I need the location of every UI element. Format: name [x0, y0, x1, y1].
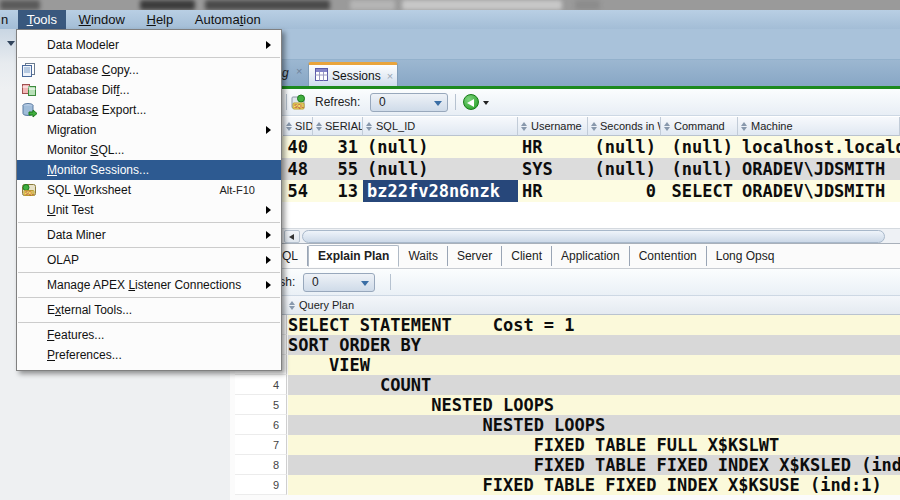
plan-step[interactable]: FIXED TABLE FIXED INDEX X$KSUSE (ind:1): [288, 475, 900, 495]
cell-sid[interactable]: 40: [283, 136, 313, 158]
menu-item-migration[interactable]: Migration: [17, 120, 281, 140]
svg-text:SQL: SQL: [294, 103, 304, 109]
cell-sql-id-selected[interactable]: bz22fv28n6nzk: [363, 180, 518, 202]
plan-row[interactable]: 4 COUNT: [235, 375, 900, 395]
detail-tabbar: SQL Explain Plan Waits Server Client App…: [235, 244, 900, 269]
tab-sessions[interactable]: Sessions ×: [308, 62, 398, 86]
editor-tab-partial[interactable]: g: [282, 66, 289, 80]
tab-explain-plan[interactable]: Explain Plan: [308, 245, 399, 267]
cell-sql-id[interactable]: (null): [363, 158, 518, 180]
back-button[interactable]: [463, 94, 479, 110]
column-header-command[interactable]: Command: [661, 117, 738, 136]
editor-area: g × Sessions × SQL Refresh: 0: [230, 29, 900, 500]
cell-machine[interactable]: localhost.localdomain: [738, 136, 900, 158]
column-header-username[interactable]: Username: [518, 117, 588, 136]
close-icon[interactable]: ×: [296, 65, 302, 77]
plan-step[interactable]: FIXED TABLE FULL X$KSLWT: [288, 435, 900, 455]
cell-serial[interactable]: 13: [313, 180, 363, 202]
column-header-seconds-in-wait[interactable]: Seconds in Wait: [588, 117, 661, 136]
cell-command[interactable]: (null): [661, 158, 738, 180]
blur-shape: [205, 0, 330, 10]
cell-command[interactable]: (null): [661, 136, 738, 158]
back-dropdown-icon[interactable]: [483, 101, 489, 105]
menu-item-sql-worksheet[interactable]: SQL SQL Worksheet Alt-F10: [17, 180, 281, 200]
menu-item-data-modeler[interactable]: Data Modeler: [17, 35, 281, 55]
menubar-item-tools[interactable]: Tools: [18, 10, 66, 29]
menu-item-manage-apex-listener-connections[interactable]: Manage APEX Listener Connections: [17, 275, 281, 295]
cell-serial[interactable]: 55: [313, 158, 363, 180]
menubar-item-help[interactable]: Help: [137, 10, 182, 29]
cell-seconds-in-wait[interactable]: 0: [588, 180, 661, 202]
menu-item-external-tools[interactable]: External Tools...: [17, 300, 281, 320]
cell-sid[interactable]: 48: [283, 158, 313, 180]
plan-step[interactable]: COUNT: [288, 375, 900, 395]
plan-row[interactable]: 9 FIXED TABLE FIXED INDEX X$KSUSE (ind:1…: [235, 475, 900, 495]
column-header-machine[interactable]: Machine: [738, 117, 900, 136]
editor-tabbar: g × Sessions ×: [230, 60, 900, 86]
column-header-sid[interactable]: SID: [283, 117, 313, 136]
refresh-interval-value: 0: [312, 275, 319, 289]
menu-item-database-copy[interactable]: Database Copy...: [17, 60, 281, 80]
cell-username[interactable]: HR: [518, 180, 588, 202]
column-header-serial[interactable]: SERIAL: [313, 117, 363, 136]
menu-item-unit-test[interactable]: Unit Test: [17, 200, 281, 220]
cell-seconds-in-wait[interactable]: (null): [588, 158, 661, 180]
tab-client[interactable]: Client: [502, 246, 552, 266]
tab-long-ops[interactable]: Long Opsq: [707, 246, 784, 266]
menu-item-database-diff[interactable]: Database Diff...: [17, 80, 281, 100]
cell-serial[interactable]: 31: [313, 136, 363, 158]
plan-row[interactable]: 2SORT ORDER BY: [235, 335, 900, 355]
table-row[interactable]: 40 31 (null) HR (null) (null) localhost.…: [235, 136, 900, 158]
cell-username[interactable]: HR: [518, 136, 588, 158]
cell-machine[interactable]: ORADEV\JDSMITH: [738, 180, 900, 202]
plan-step[interactable]: FIXED TABLE FIXED INDEX X$KSLED (ind:1): [288, 455, 900, 475]
toolbar-overflow-chevron-icon[interactable]: [7, 41, 15, 46]
cell-username[interactable]: SYS: [518, 158, 588, 180]
menu-item-olap[interactable]: OLAP: [17, 250, 281, 270]
plan-row[interactable]: 6 NESTED LOOPS: [235, 415, 900, 435]
scroll-left-button[interactable]: [284, 230, 300, 243]
plan-row[interactable]: 5 NESTED LOOPS: [235, 395, 900, 415]
cell-sid[interactable]: 54: [283, 180, 313, 202]
plan-step[interactable]: SELECT STATEMENT Cost = 1: [288, 315, 900, 335]
sql-trace-icon[interactable]: SQL: [291, 94, 307, 114]
plan-step[interactable]: NESTED LOOPS: [288, 415, 900, 435]
row-number: 6: [235, 415, 287, 435]
horizontal-scrollbar[interactable]: [235, 228, 900, 243]
table-row[interactable]: 48 55 (null) SYS (null) (null) ORADEV\JD…: [235, 158, 900, 180]
tab-contention[interactable]: Contention: [630, 246, 707, 266]
sessions-table-icon: [315, 67, 328, 85]
menu-item-preferences[interactable]: Preferences...: [17, 345, 281, 365]
table-row[interactable]: 54 13 bz22fv28n6nzk HR 0 SELECT ORADEV\J…: [235, 180, 900, 202]
chevron-down-icon: [361, 281, 369, 286]
refresh-interval-select[interactable]: 0: [370, 93, 448, 112]
plan-row[interactable]: 8 FIXED TABLE FIXED INDEX X$KSLED (ind:1…: [235, 455, 900, 475]
cell-command[interactable]: SELECT: [661, 180, 738, 202]
menubar-item-window[interactable]: Window: [70, 10, 134, 29]
plan-step[interactable]: NESTED LOOPS: [288, 395, 900, 415]
main-toolbar-area: [230, 29, 900, 60]
column-header-sql-id[interactable]: SQL_ID: [363, 117, 518, 136]
menu-item-data-miner[interactable]: Data Miner: [17, 225, 281, 245]
query-plan-column-header[interactable]: Query Plan: [235, 296, 900, 315]
plan-row[interactable]: 7 FIXED TABLE FULL X$KSLWT: [235, 435, 900, 455]
tab-waits[interactable]: Waits: [399, 246, 448, 266]
menu-item-monitor-sessions[interactable]: Monitor Sessions...: [17, 160, 281, 180]
refresh-interval-select[interactable]: 0: [303, 273, 375, 292]
menu-item-monitor-sql[interactable]: Monitor SQL...: [17, 140, 281, 160]
menubar-item-partial[interactable]: n: [0, 10, 14, 29]
cell-seconds-in-wait[interactable]: (null): [588, 136, 661, 158]
menu-item-features[interactable]: Features...: [17, 325, 281, 345]
plan-step[interactable]: VIEW: [288, 355, 900, 375]
cell-sql-id[interactable]: (null): [363, 136, 518, 158]
menu-item-database-export[interactable]: Database Export...: [17, 100, 281, 120]
cell-machine[interactable]: ORADEV\JDSMITH: [738, 158, 900, 180]
tab-application[interactable]: Application: [552, 246, 630, 266]
menubar-item-automation[interactable]: Automation: [186, 10, 270, 29]
scrollbar-thumb[interactable]: [302, 230, 885, 243]
plan-row[interactable]: 3 VIEW: [235, 355, 900, 375]
plan-step[interactable]: SORT ORDER BY: [288, 335, 900, 355]
tab-server[interactable]: Server: [448, 246, 502, 266]
plan-row[interactable]: 1SELECT STATEMENT Cost = 1: [235, 315, 900, 335]
close-icon[interactable]: ×: [387, 70, 393, 82]
